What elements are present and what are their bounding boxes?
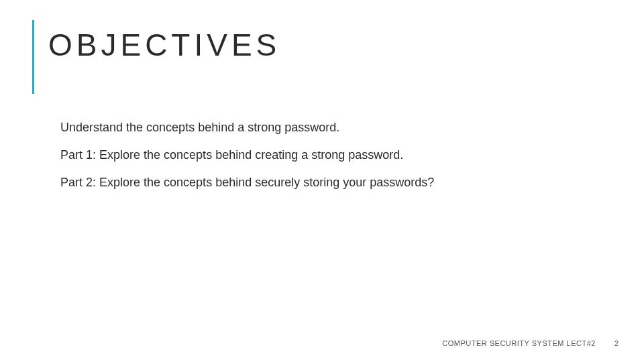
slide-title: OBJECTIVES	[48, 27, 280, 63]
footer-label: COMPUTER SECURITY SYSTEM LECT#2	[442, 339, 596, 347]
body-line: Understand the concepts behind a strong …	[60, 121, 604, 135]
page-number: 2	[614, 339, 619, 347]
slide-footer: COMPUTER SECURITY SYSTEM LECT#2 2	[442, 339, 619, 347]
body-line: Part 2: Explore the concepts behind secu…	[60, 176, 604, 190]
accent-bar	[32, 20, 34, 94]
body-content: Understand the concepts behind a strong …	[60, 121, 604, 203]
body-line: Part 1: Explore the concepts behind crea…	[60, 148, 604, 162]
